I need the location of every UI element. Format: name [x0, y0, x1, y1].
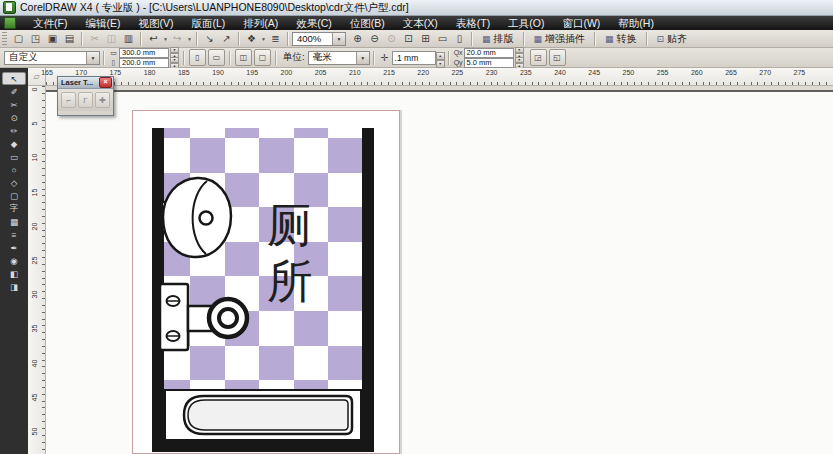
typesetting-button[interactable]: ▦排版	[476, 31, 520, 47]
units-combo[interactable]: 毫米 ▼	[308, 51, 370, 65]
laser-tool-c[interactable]: ✚	[95, 92, 110, 108]
polygon-tool[interactable]: ◇	[3, 177, 25, 189]
cut-button: ✂	[86, 31, 103, 47]
nudge-spinner[interactable]: ▲▼	[436, 52, 445, 64]
smart-fill-tool[interactable]: ◆	[3, 138, 25, 150]
text-tool[interactable]: 字	[3, 203, 25, 215]
basic-shapes-tool[interactable]: ▢	[3, 190, 25, 202]
menu-item-10[interactable]: 窗口(W)	[553, 16, 609, 30]
outline-pen-tool[interactable]: ◉	[3, 255, 25, 267]
toolbox: ↖✐✂⊙✏◆▭○◇▢字▦≡✒◉◧◨	[0, 68, 28, 454]
page-width-icon: ▭	[109, 49, 118, 57]
zoom-actual-button: ⊙	[383, 31, 400, 47]
zoom-out-button[interactable]: ⊖	[366, 31, 383, 47]
zoom-in-button[interactable]: ⊕	[349, 31, 366, 47]
menu-item-11[interactable]: 帮助(H)	[609, 16, 663, 30]
new-document-button[interactable]: ▢	[10, 31, 27, 47]
pick-tool[interactable]: ↖	[2, 72, 26, 85]
vruler-label: 0	[31, 82, 38, 98]
zoom-to-page-button[interactable]: ⊞	[417, 31, 434, 47]
redo-button-caret[interactable]: ▼	[186, 31, 193, 47]
laser-toolbar-titlebar[interactable]: Laser T... ×	[58, 77, 113, 89]
convert-button[interactable]: ▦转换	[599, 31, 643, 47]
paste-button[interactable]: ▥	[120, 31, 137, 47]
menu-item-2[interactable]: 视图(V)	[129, 16, 182, 30]
menu-item-3[interactable]: 版面(L)	[182, 16, 234, 30]
interactive-fill-tool[interactable]: ◨	[3, 281, 25, 293]
undo-button[interactable]: ↩	[145, 31, 162, 47]
zoom-to-selection-button[interactable]: ⊡	[400, 31, 417, 47]
page-width-field[interactable]: 300.0 mm	[119, 48, 169, 58]
chevron-down-icon[interactable]: ▼	[86, 52, 99, 64]
page-height-field[interactable]: 200.0 mm	[119, 58, 169, 68]
menu-item-0[interactable]: 文件(F)	[24, 16, 76, 30]
bathtub[interactable]	[184, 396, 352, 434]
rectangle-tool[interactable]: ▭	[3, 151, 25, 163]
table-tool[interactable]: ▦	[3, 216, 25, 228]
hruler-label: 200	[281, 69, 293, 76]
ellipse-tool[interactable]: ○	[3, 164, 25, 176]
eyedropper-tool[interactable]: ✒	[3, 242, 25, 254]
open-button[interactable]: ◳	[27, 31, 44, 47]
zoom-page-width-button[interactable]: ▭	[434, 31, 451, 47]
duplicate-x-field[interactable]: 20.0 mm	[464, 48, 514, 58]
chevron-down-icon[interactable]: ▼	[332, 33, 345, 45]
nudge-icon: ✛	[381, 52, 389, 63]
freehand-tool[interactable]: ✏	[3, 125, 25, 137]
dimension-tool[interactable]: ≡	[3, 229, 25, 241]
menu-item-1[interactable]: 编辑(E)	[76, 16, 129, 30]
menu-item-4[interactable]: 排列(A)	[234, 16, 287, 30]
page-height-spinner[interactable]: ▼▲	[170, 57, 179, 69]
toilet[interactable]	[160, 284, 247, 350]
shape-tool[interactable]: ✐	[3, 86, 25, 98]
print-button[interactable]: ▤	[61, 31, 78, 47]
fill-tool[interactable]: ◧	[3, 268, 25, 280]
chevron-down-icon[interactable]: ▼	[356, 52, 369, 64]
sink-drain	[200, 212, 213, 225]
room-label[interactable]: 厕所	[264, 197, 316, 309]
landscape-button[interactable]: ▭	[208, 49, 225, 66]
crop-tool[interactable]: ✂	[3, 99, 25, 111]
window-title: CorelDRAW X4 ( 专业版 ) - [C:\Users\LUANPHO…	[20, 1, 409, 15]
menu-item-5[interactable]: 效果(C)	[287, 16, 341, 30]
snap-button[interactable]: ⊡贴齐	[651, 31, 694, 47]
property-end-button-1[interactable]: ◱	[549, 49, 566, 66]
menu-item-7[interactable]: 文本(X)	[394, 16, 447, 30]
menu-item-9[interactable]: 工具(O)	[499, 16, 553, 30]
welcome-screen-button[interactable]: ≣	[267, 31, 284, 47]
zoom-tool[interactable]: ⊙	[3, 112, 25, 124]
enhanced-plugins-button[interactable]: ▦增强插件	[528, 31, 592, 47]
vertical-ruler[interactable]: 05101520253035404550	[28, 86, 46, 454]
import-button[interactable]: ↘	[201, 31, 218, 47]
zoom-level-combo[interactable]: 400% ▼	[292, 32, 346, 46]
laser-tool-b[interactable]: Γ	[78, 92, 93, 108]
duplicate-y-field[interactable]: 5.0 mm	[464, 58, 514, 68]
menu-item-8[interactable]: 表格(T)	[447, 16, 499, 30]
vruler-label: 40	[31, 355, 38, 371]
standard-toolbar: ▢◳▣▤✂◫▥↩▼↪▼↘↗❖▼≣ 400% ▼ ⊕⊖⊙⊡⊞▭▯ ▦排版▦增强插件…	[0, 30, 833, 48]
property-end-button-0[interactable]: ◲	[530, 49, 547, 66]
laser-floating-toolbar[interactable]: Laser T... × ⌐Γ✚	[57, 76, 114, 116]
toolbar-grip[interactable]	[2, 32, 7, 46]
menu-item-6[interactable]: 位图(B)	[341, 16, 394, 30]
bathroom-fixtures	[140, 120, 380, 454]
undo-button-caret[interactable]: ▼	[162, 31, 169, 47]
horizontal-ruler[interactable]: 1651701751801851901952002052102152202252…	[46, 68, 833, 86]
hruler-label: 170	[75, 69, 87, 76]
convert-button-icon: ▦	[605, 34, 614, 44]
save-button[interactable]: ▣	[44, 31, 61, 47]
laser-tool-a[interactable]: ⌐	[61, 92, 76, 108]
nudge-offset-field[interactable]: .1 mm	[392, 51, 436, 65]
current-page-button[interactable]: ▢	[254, 49, 271, 66]
duplicate-y-spinner[interactable]: ▼▲	[515, 57, 524, 69]
sink[interactable]	[162, 178, 231, 257]
portrait-button[interactable]: ▯	[189, 49, 206, 66]
vruler-label: 45	[31, 389, 38, 405]
close-icon[interactable]: ×	[99, 77, 112, 88]
page-preset-combo[interactable]: 自定义 ▼	[4, 51, 100, 65]
application-launcher-button[interactable]: ❖	[243, 31, 260, 47]
application-launcher-button-caret[interactable]: ▼	[260, 31, 267, 47]
zoom-page-height-button[interactable]: ▯	[451, 31, 468, 47]
export-button[interactable]: ↗	[218, 31, 235, 47]
all-pages-button[interactable]: ◫	[235, 49, 252, 66]
